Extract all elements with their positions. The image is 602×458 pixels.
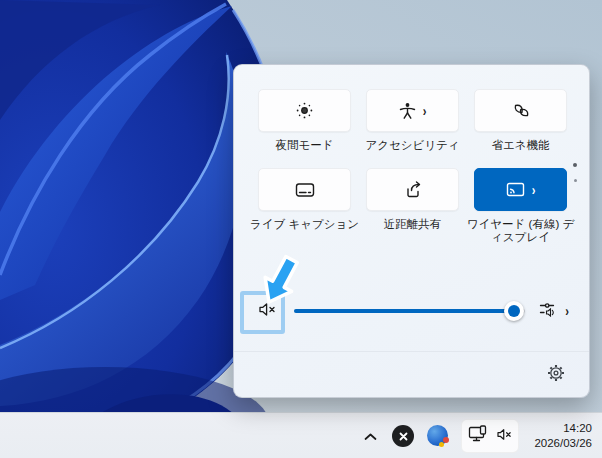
volume-slider[interactable] (294, 301, 525, 321)
accessibility-label: アクセシビリティ (357, 139, 469, 152)
accessibility-icon (399, 102, 416, 120)
monitor-cast-icon (468, 425, 488, 447)
clock-date: 2026/03/26 (530, 436, 592, 451)
volume-slider-fill (294, 309, 514, 313)
black-circle-x-icon (399, 427, 408, 445)
speaker-mute-icon (258, 302, 277, 321)
live-captions-button[interactable] (258, 168, 351, 211)
scroll-indicator[interactable] (571, 163, 579, 195)
volume-row: › (234, 289, 589, 333)
quick-settings-footer (234, 351, 589, 397)
energy-saver-button[interactable] (474, 89, 567, 132)
page-dot (573, 163, 577, 167)
tray-app-orb[interactable] (427, 425, 448, 446)
taskbar: 14:20 2026/03/26 (0, 412, 602, 458)
clock-time: 14:20 (530, 421, 592, 436)
orb-red-dot (443, 437, 449, 443)
quick-settings-grid: 夜間モード › アクセシビリティ (234, 65, 589, 244)
show-hidden-icons-button[interactable] (357, 421, 383, 451)
chevron-right-icon: › (532, 182, 536, 197)
orb-yellow-dot (439, 442, 444, 447)
cast-icon (506, 182, 525, 197)
speaker-mute-icon (496, 427, 513, 445)
gear-icon (547, 364, 565, 386)
night-mode-label: 夜間モード (249, 139, 361, 152)
nearby-share-icon (404, 181, 422, 199)
audio-output-icon (539, 301, 559, 321)
wired-display-label: ワイヤード (有線) ディスプレイ (465, 218, 577, 244)
quick-settings-panel: 夜間モード › アクセシビリティ (233, 64, 590, 398)
chevron-right-icon: › (565, 304, 569, 319)
quick-settings-tray-button[interactable] (461, 419, 519, 453)
chevron-up-icon (364, 427, 377, 445)
night-mode-button[interactable] (258, 89, 351, 132)
live-captions-icon (295, 182, 315, 198)
page-dot (574, 179, 577, 182)
nearby-sharing-button[interactable] (366, 168, 459, 211)
tray-app-close-circle[interactable] (392, 425, 414, 447)
taskbar-clock[interactable]: 14:20 2026/03/26 (528, 421, 592, 451)
volume-mute-button[interactable] (250, 294, 284, 328)
live-captions-label: ライブ キャプション (249, 218, 361, 231)
accessibility-button[interactable]: › (366, 89, 459, 132)
night-light-icon (295, 101, 314, 120)
chevron-right-icon: › (423, 103, 427, 118)
volume-slider-thumb[interactable] (504, 301, 524, 321)
nearby-sharing-label: 近距離共有 (357, 218, 469, 231)
audio-output-button[interactable]: › (537, 299, 571, 323)
settings-button[interactable] (541, 360, 571, 390)
energy-saver-icon (511, 102, 531, 120)
wired-display-button[interactable]: › (474, 168, 567, 211)
energy-saver-label: 省エネ機能 (465, 139, 577, 152)
